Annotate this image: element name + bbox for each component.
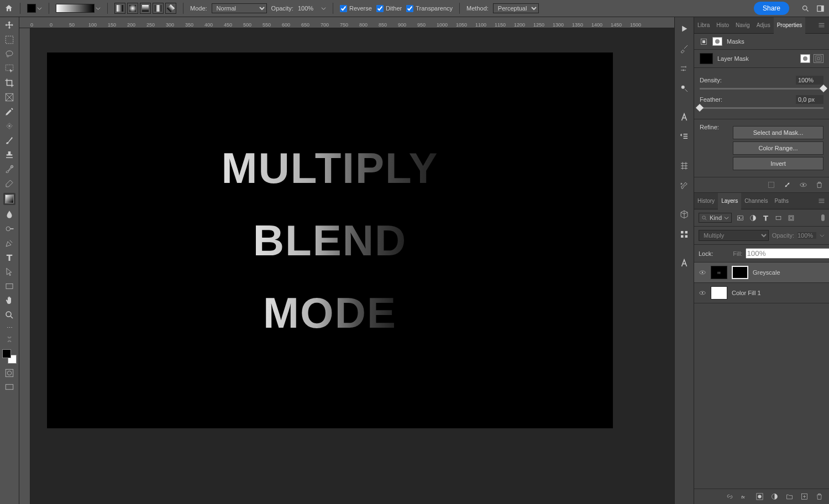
tab-channels[interactable]: Channels: [741, 193, 771, 209]
quickmask-icon[interactable]: [4, 368, 14, 378]
crop-tool-icon[interactable]: [4, 78, 14, 88]
add-mask-icon[interactable]: [755, 492, 764, 501]
hand-tool-icon[interactable]: [4, 296, 14, 306]
apply-mask-icon[interactable]: [783, 181, 791, 189]
gradient-fg-swatch[interactable]: [27, 4, 42, 13]
brush-tool-icon[interactable]: [4, 135, 14, 145]
frame-tool-icon[interactable]: [4, 92, 14, 102]
select-and-mask-button[interactable]: Select and Mask...: [733, 126, 823, 139]
layer-mask-thumbnail[interactable]: [700, 53, 713, 64]
color-range-button[interactable]: Color Range...: [733, 141, 823, 155]
filter-toggle[interactable]: [821, 214, 825, 221]
zoom-tool-icon[interactable]: [4, 310, 14, 320]
lasso-tool-icon[interactable]: [4, 49, 14, 59]
chevron-down-icon[interactable]: [820, 233, 825, 238]
density-slider[interactable]: [700, 88, 823, 90]
method-select[interactable]: Perceptual: [493, 3, 539, 13]
workspace-icon[interactable]: [816, 4, 825, 13]
opacity-input[interactable]: [298, 5, 317, 12]
gradient-radial-icon[interactable]: [127, 3, 138, 14]
artboard[interactable]: MULTIPLY BLEND MODE: [47, 53, 613, 428]
gradient-linear-icon[interactable]: [114, 3, 125, 14]
tab-navigator[interactable]: Navig: [732, 17, 753, 34]
ruler-horizontal[interactable]: 0050100150200250300350400450500550600650…: [19, 17, 674, 28]
glyphs-panel-icon[interactable]: [679, 161, 689, 171]
layer-fx-icon[interactable]: fx: [741, 492, 749, 501]
styles-panel-icon[interactable]: a: [679, 181, 689, 191]
filter-smart-icon[interactable]: [787, 214, 795, 222]
layer-opacity-input[interactable]: [797, 232, 816, 239]
vector-mask-icon[interactable]: [712, 37, 722, 46]
new-group-icon[interactable]: [785, 492, 794, 501]
pen-tool-icon[interactable]: [4, 238, 14, 248]
filter-shape-icon[interactable]: [774, 214, 783, 222]
path-select-tool-icon[interactable]: [4, 267, 14, 277]
reverse-checkbox[interactable]: Reverse: [340, 5, 372, 12]
search-icon[interactable]: [801, 4, 810, 13]
visibility-icon[interactable]: [699, 289, 706, 297]
grid-panel-icon[interactable]: [679, 229, 689, 239]
home-icon[interactable]: [4, 4, 13, 13]
dither-checkbox[interactable]: Dither: [376, 5, 402, 12]
color-swatches[interactable]: [2, 349, 17, 364]
layer-mask-thumbnail[interactable]: [732, 266, 748, 279]
tab-paths[interactable]: Paths: [771, 193, 792, 209]
new-adjustment-icon[interactable]: [770, 492, 779, 501]
eyedropper-tool-icon[interactable]: [4, 107, 14, 117]
object-select-tool-icon[interactable]: [4, 64, 14, 74]
edit-toolbar-icon[interactable]: [6, 336, 13, 343]
disable-mask-icon[interactable]: [799, 181, 807, 189]
gradient-diamond-icon[interactable]: [165, 3, 176, 14]
paragraph-panel-icon[interactable]: [679, 132, 689, 142]
chevron-down-icon[interactable]: [321, 6, 326, 11]
rectangle-tool-icon[interactable]: [4, 281, 14, 291]
more-tools-icon[interactable]: ⋯: [7, 324, 13, 332]
play-icon[interactable]: [679, 24, 689, 34]
add-pixel-mask-icon[interactable]: [800, 54, 810, 63]
layer-item[interactable]: ▮▮ Greyscale: [694, 262, 829, 283]
ruler-vertical[interactable]: [19, 28, 30, 504]
delete-mask-icon[interactable]: [815, 181, 823, 189]
tab-history2[interactable]: History: [694, 193, 718, 209]
tab-history[interactable]: Histo: [713, 17, 732, 34]
filter-type-icon[interactable]: [762, 214, 770, 222]
layer-thumbnail[interactable]: ▮▮: [711, 266, 727, 279]
density-input[interactable]: [796, 76, 823, 85]
adjust-panel-icon[interactable]: [679, 64, 689, 74]
gradient-picker[interactable]: [56, 4, 101, 13]
filter-pixel-icon[interactable]: [736, 214, 744, 222]
dodge-tool-icon[interactable]: [4, 224, 14, 234]
marquee-tool-icon[interactable]: [4, 35, 14, 45]
share-button[interactable]: Share: [754, 2, 789, 15]
layer-thumbnail[interactable]: [711, 286, 727, 300]
tab-libraries[interactable]: Libra: [694, 17, 713, 34]
panel-menu-icon[interactable]: [817, 21, 826, 29]
invert-button[interactable]: Invert: [733, 157, 823, 170]
add-vector-mask-icon[interactable]: [814, 54, 823, 63]
feather-slider[interactable]: [700, 107, 823, 109]
mode-select[interactable]: Normal: [212, 3, 267, 13]
stamp-tool-icon[interactable]: [4, 150, 14, 160]
tab-layers[interactable]: Layers: [718, 193, 741, 209]
load-selection-icon[interactable]: [767, 181, 775, 189]
gradient-angle-icon[interactable]: [140, 3, 151, 14]
eraser-tool-icon[interactable]: [4, 179, 14, 188]
blur-tool-icon[interactable]: [4, 209, 14, 219]
delete-layer-icon[interactable]: [815, 492, 823, 501]
filter-adjust-icon[interactable]: [749, 214, 757, 222]
gradient-reflected-icon[interactable]: [153, 3, 164, 14]
3d-panel-icon[interactable]: [679, 209, 689, 219]
new-layer-icon[interactable]: [800, 492, 809, 501]
move-tool-icon[interactable]: [4, 20, 14, 30]
layer-item[interactable]: Color Fill 1: [694, 283, 829, 303]
brushes-panel-icon[interactable]: [679, 44, 689, 54]
transparency-checkbox[interactable]: Transparency: [406, 5, 453, 12]
clone-panel-icon[interactable]: [679, 83, 689, 93]
panel-menu-icon[interactable]: [817, 197, 826, 205]
gradient-tool-icon[interactable]: [3, 193, 15, 205]
feather-input[interactable]: [796, 95, 823, 104]
screenmode-icon[interactable]: [4, 382, 14, 392]
fill-input[interactable]: [746, 248, 829, 259]
tab-properties[interactable]: Properties: [774, 17, 806, 34]
healing-tool-icon[interactable]: [4, 121, 14, 131]
